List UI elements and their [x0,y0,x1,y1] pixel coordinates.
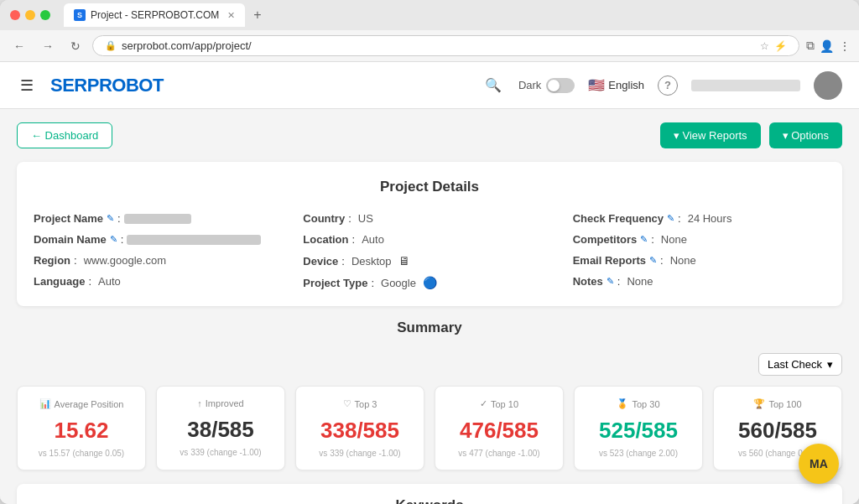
summary-value-1: 38/585 [167,417,274,443]
summary-value-0: 15.62 [28,418,135,444]
project-type-value: Google [381,277,416,289]
language-button[interactable]: 🇺🇸 English [588,77,644,93]
keywords-section: Keywords [17,484,842,504]
summary-footer-2: vs 339 (change -1.00) [306,449,414,458]
active-tab[interactable]: S Project - SERPROBOT.COM ✕ [64,3,245,27]
check-frequency-label: Check Frequency [573,212,664,225]
keywords-card: Keywords [17,484,842,504]
project-details-grid: Project Name ✎ : Domain Name ✎ : R [34,212,825,289]
header-controls: 🔍 Dark 🇺🇸 English ? [482,71,842,100]
project-details-title: Project Details [34,179,825,195]
summary-card-header-1: ↑ Improved [167,398,274,408]
language-field-value: Auto [98,275,121,288]
notes-label: Notes [573,275,603,288]
region-label: Region [34,254,70,267]
competitors-label: Competitors [573,233,638,246]
summary-footer-4: vs 523 (change 2.00) [585,449,692,458]
back-button[interactable]: ← [8,36,30,56]
project-fields-col2: Country : US Location : Auto Device : [303,212,555,289]
app-content: ☰ SERPROBOT 🔍 Dark 🇺🇸 English ? [0,62,859,504]
view-reports-button[interactable]: ▾ View Reports [660,122,761,148]
summary-section: Summary Last Check ▾ 📊 Average Position [17,320,842,470]
address-bar[interactable]: 🔒 serprobot.com/app/project/ ☆ ⚡ [92,35,799,56]
google-icon: 🔵 [423,276,437,289]
summary-card-header-3: ✓ Top 10 [445,398,553,409]
domain-name-edit-icon[interactable]: ✎ [110,234,117,245]
project-name-edit-icon[interactable]: ✎ [107,213,114,224]
app-header: ☰ SERPROBOT 🔍 Dark 🇺🇸 English ? [0,62,859,109]
project-fields-col3: Check Frequency ✎ : 24 Hours Competitors… [573,212,825,289]
heart-icon: ♡ [343,398,351,409]
extensions-icon[interactable]: ⚡ [774,40,787,52]
tab-favicon: S [74,9,86,21]
lock-icon: 🔒 [105,40,117,51]
summary-label-1: Improved [206,398,244,408]
hamburger-button[interactable]: ☰ [17,73,37,98]
extensions-menu-icon[interactable]: ⧉ [806,39,815,53]
avatar[interactable] [814,71,842,100]
close-traffic-light[interactable] [10,10,20,20]
trophy-icon: 🏆 [753,398,765,409]
summary-footer-0: vs 15.57 (change 0.05) [28,449,135,458]
search-button[interactable]: 🔍 [482,74,505,96]
summary-card-improved: ↑ Improved 38/585 vs 339 (change -1.00) [156,386,285,470]
summary-footer-3: vs 477 (change -1.00) [445,449,553,458]
summary-value-2: 338/585 [306,418,414,444]
device-label: Device [303,255,338,268]
options-button[interactable]: ▾ Options [769,122,842,148]
project-details-card: Project Details Project Name ✎ : Domain … [17,162,842,306]
summary-card-top30: 🏅 Top 30 525/585 vs 523 (change 2.00) [574,386,703,470]
help-button[interactable]: ? [658,75,678,96]
project-fields-col1: Project Name ✎ : Domain Name ✎ : R [34,212,286,289]
country-field: Country : US [303,212,555,225]
location-field: Location : Auto [303,233,555,246]
more-menu-icon[interactable]: ⋮ [839,39,851,53]
main-area: ← Dashboard ▾ View Reports ▾ Options Pro… [0,109,859,504]
summary-card-header-5: 🏆 Top 100 [724,398,831,409]
fullscreen-traffic-light[interactable] [40,10,50,20]
dashboard-button[interactable]: ← Dashboard [17,122,112,148]
location-label: Location [303,233,348,246]
domain-name-value [127,235,261,245]
dark-mode-toggle[interactable]: Dark [518,78,575,93]
dark-mode-switch[interactable] [546,78,575,93]
chart-icon: 📊 [39,398,51,409]
country-label: Country [303,212,345,225]
summary-label-4: Top 30 [632,399,659,409]
summary-cards: 📊 Average Position 15.62 vs 15.57 (chang… [17,386,842,470]
forward-button[interactable]: → [37,36,59,56]
summary-value-4: 525/585 [585,418,692,444]
fab-button[interactable]: MA [799,444,839,484]
last-check-select[interactable]: Last Check ▾ [758,353,842,376]
badge-icon: 🏅 [617,398,628,409]
refresh-button[interactable]: ↻ [65,36,86,56]
project-name-field: Project Name ✎ : [34,212,286,225]
summary-label-0: Average Position [55,399,124,409]
location-value: Auto [362,233,384,246]
region-value: www.google.com [84,254,166,267]
profile-icon[interactable]: 👤 [820,39,834,53]
check-frequency-edit-icon[interactable]: ✎ [667,213,674,224]
language-field: Language : Auto [34,275,286,288]
competitors-field: Competitors ✎ : None [573,233,825,246]
summary-value-3: 476/585 [445,418,553,444]
arrow-up-icon: ↑ [197,398,202,408]
region-field: Region : www.google.com [34,254,286,267]
bookmark-icon[interactable]: ☆ [760,40,769,52]
summary-label-2: Top 3 [355,399,377,409]
device-field: Device : Desktop 🖥 [303,254,555,268]
traffic-lights [10,10,50,20]
email-reports-label: Email Reports [573,254,646,267]
summary-footer-1: vs 339 (change -1.00) [167,448,274,457]
minimize-traffic-light[interactable] [25,10,35,20]
competitors-edit-icon[interactable]: ✎ [640,234,648,245]
country-value: US [358,212,373,225]
tab-close-btn[interactable]: ✕ [227,10,235,21]
email-reports-field: Email Reports ✎ : None [573,254,825,267]
email-reports-value: None [670,254,696,267]
check-frequency-field: Check Frequency ✎ : 24 Hours [573,212,825,225]
new-tab-button[interactable]: + [248,6,266,24]
email-reports-edit-icon[interactable]: ✎ [649,255,657,266]
browser-toolbar: ← → ↻ 🔒 serprobot.com/app/project/ ☆ ⚡ ⧉… [0,30,859,62]
notes-edit-icon[interactable]: ✎ [607,276,614,287]
